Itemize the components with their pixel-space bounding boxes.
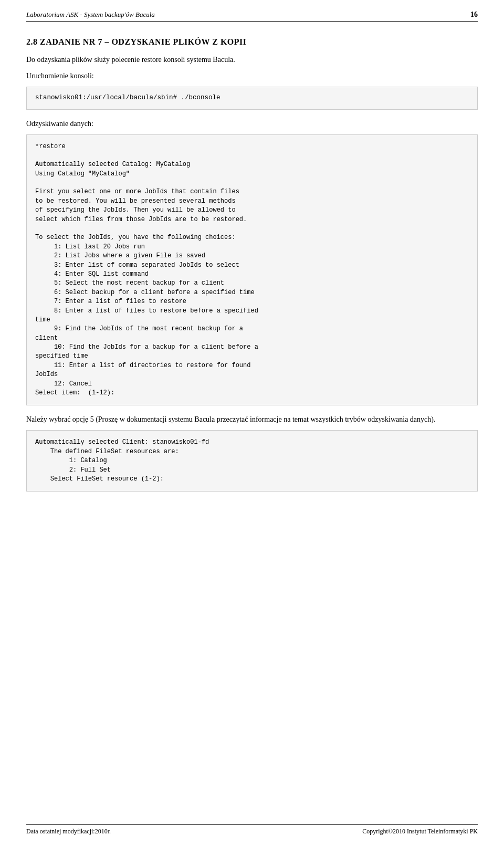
code-block-client: Automatically selected Client: stanowisk… bbox=[26, 430, 478, 492]
footer-right: Copyright©2010 Instytut Teleinformatyki … bbox=[362, 828, 478, 835]
intro-text: Do odzyskania plików służy polecenie res… bbox=[26, 54, 478, 65]
code-block-konsoli: stanowisko01:/usr/local/bacula/sbin# ./b… bbox=[26, 87, 478, 110]
header-title: Laboratorium ASK - System backup'ów Bacu… bbox=[26, 11, 155, 19]
section-title: ZADANIE NR 7 – ODZYSKANIE PLIKÓW Z KOPII bbox=[40, 37, 247, 46]
page-container: Laboratorium ASK - System backup'ów Bacu… bbox=[0, 0, 504, 846]
label-odzyskiwanie: Odzyskiwanie danych: bbox=[26, 118, 478, 129]
footer-left: Data ostatniej modyfikacji:2010r. bbox=[26, 828, 111, 835]
section-heading: 2.8 ZADANIE NR 7 – ODZYSKANIE PLIKÓW Z K… bbox=[26, 37, 478, 47]
code-block-odzyskiwanie: *restore Automatically selected Catalog:… bbox=[26, 134, 478, 406]
header-page-num: 16 bbox=[470, 11, 478, 19]
page-header: Laboratorium ASK - System backup'ów Bacu… bbox=[26, 11, 478, 22]
note-text: Należy wybrać opcję 5 (Proszę w dokument… bbox=[26, 414, 478, 425]
label-konsoli: Uruchomienie konsoli: bbox=[26, 70, 478, 81]
page-footer: Data ostatniej modyfikacji:2010r. Copyri… bbox=[26, 824, 478, 835]
section-number: 2.8 bbox=[26, 37, 38, 46]
